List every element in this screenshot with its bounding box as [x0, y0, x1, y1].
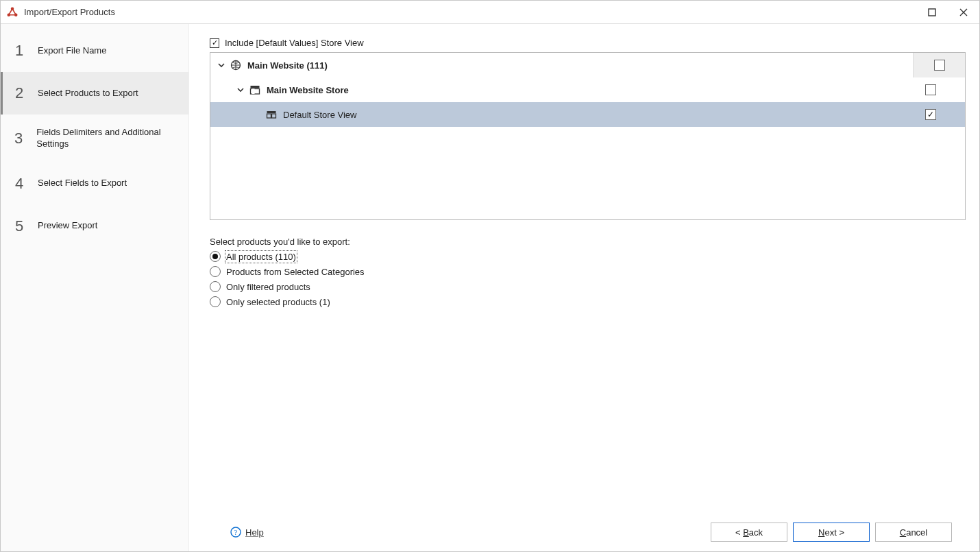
help-link[interactable]: ? Help [230, 527, 264, 538]
store-view-icon [265, 108, 278, 121]
step-number: 5 [13, 217, 25, 235]
svg-rect-7 [252, 89, 255, 95]
include-default-values-row[interactable]: Include [Default Values] Store View [210, 38, 966, 48]
tree-website-checkbox[interactable] [934, 60, 945, 71]
step-number: 2 [13, 84, 25, 102]
step-select-products[interactable]: 2 Select Products to Export [1, 72, 188, 115]
radio-selected-products[interactable]: Only selected products (1) [210, 296, 966, 307]
radio-input[interactable] [210, 281, 221, 292]
title-bar: Import/Export Products [1, 1, 979, 24]
svg-rect-8 [267, 111, 276, 113]
tree-row-store[interactable]: Main Website Store [210, 77, 965, 102]
include-default-values-checkbox[interactable] [210, 38, 219, 48]
tree-row-website[interactable]: Main Website (111) [210, 53, 965, 77]
next-button[interactable]: Next > [793, 523, 870, 542]
help-label-first: H [245, 527, 252, 538]
tree-store-view-label: Default Store View [283, 110, 905, 120]
step-number: 1 [13, 42, 25, 60]
help-label-rest: elp [252, 527, 263, 538]
svg-text:?: ? [234, 529, 238, 536]
store-icon [249, 84, 261, 96]
radio-input[interactable] [210, 296, 221, 307]
product-filter-radio-group: All products (110) Products from Selecte… [210, 251, 966, 307]
tree-store-label: Main Website Store [267, 85, 905, 95]
radio-input[interactable] [210, 266, 221, 277]
wizard-footer: ? Help < Back Next > Cancel [210, 513, 966, 551]
window-title: Import/Export Products [24, 7, 916, 17]
radio-label: Only filtered products [226, 282, 310, 292]
svg-rect-6 [251, 89, 260, 95]
globe-icon [230, 59, 242, 71]
step-label: Fields Delimiters and Additional Setting… [36, 127, 180, 150]
window-controls [916, 1, 979, 23]
radio-input[interactable] [210, 251, 221, 262]
radio-label: All products (110) [226, 252, 296, 262]
radio-selected-categories[interactable]: Products from Selected Categories [210, 266, 966, 277]
step-label: Select Fields to Export [38, 178, 127, 189]
step-number: 4 [13, 175, 25, 193]
chevron-down-icon[interactable] [216, 60, 227, 71]
radio-filtered-products[interactable]: Only filtered products [210, 281, 966, 292]
step-label: Export File Name [38, 45, 106, 57]
include-default-values-label: Include [Default Values] Store View [225, 38, 364, 48]
radio-label: Only selected products (1) [226, 297, 330, 307]
step-label: Preview Export [38, 220, 97, 232]
chevron-down-icon[interactable] [235, 84, 246, 95]
app-icon [6, 6, 19, 19]
tree-website-label: Main Website (111) [247, 60, 913, 71]
main-panel: Include [Default Values] Store View Main… [189, 24, 979, 551]
radio-all-products[interactable]: All products (110) [210, 251, 966, 262]
svg-rect-9 [267, 114, 271, 118]
svg-rect-5 [251, 86, 260, 88]
step-fields-delimiters[interactable]: 3 Fields Delimiters and Additional Setti… [1, 115, 188, 163]
tree-store-view-checkbox[interactable] [925, 109, 936, 120]
svg-rect-10 [272, 114, 276, 118]
step-select-fields[interactable]: 4 Select Fields to Export [1, 163, 188, 205]
step-label: Select Products to Export [38, 88, 138, 99]
wizard-sidebar: 1 Export File Name 2 Select Products to … [1, 24, 189, 551]
select-products-prompt: Select products you'd like to export: [210, 237, 966, 247]
tree-row-store-view[interactable]: Default Store View [210, 102, 965, 127]
step-number: 3 [13, 130, 24, 147]
maximize-button[interactable] [916, 1, 948, 23]
cancel-button[interactable]: Cancel [875, 523, 952, 542]
step-preview-export[interactable]: 5 Preview Export [1, 205, 188, 248]
tree-store-checkbox[interactable] [925, 84, 936, 95]
back-button[interactable]: < Back [711, 523, 787, 542]
svg-rect-3 [929, 9, 935, 16]
radio-label: Products from Selected Categories [226, 267, 365, 277]
close-button[interactable] [948, 1, 979, 23]
step-export-file-name[interactable]: 1 Export File Name [1, 29, 188, 72]
store-view-tree[interactable]: Main Website (111) Main Website Store [210, 52, 966, 220]
